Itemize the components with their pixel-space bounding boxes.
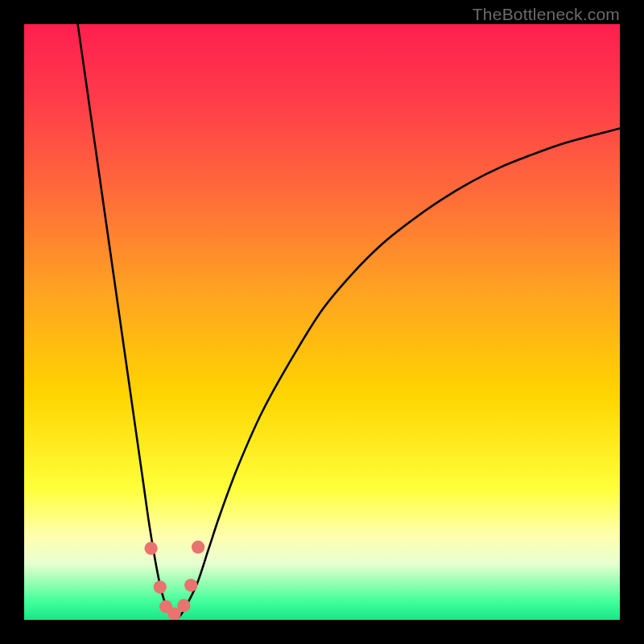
trough-marker	[144, 542, 157, 555]
curve-layer	[24, 24, 620, 620]
trough-marker	[177, 599, 190, 612]
chart-frame: TheBottleneck.com	[0, 0, 644, 644]
trough-marker	[192, 541, 204, 554]
watermark-text: TheBottleneck.com	[473, 5, 620, 24]
bottleneck-curve	[78, 24, 620, 618]
plot-area	[24, 24, 620, 620]
trough-marker	[184, 579, 197, 592]
trough-marker	[154, 580, 167, 593]
trough-markers	[144, 541, 204, 620]
